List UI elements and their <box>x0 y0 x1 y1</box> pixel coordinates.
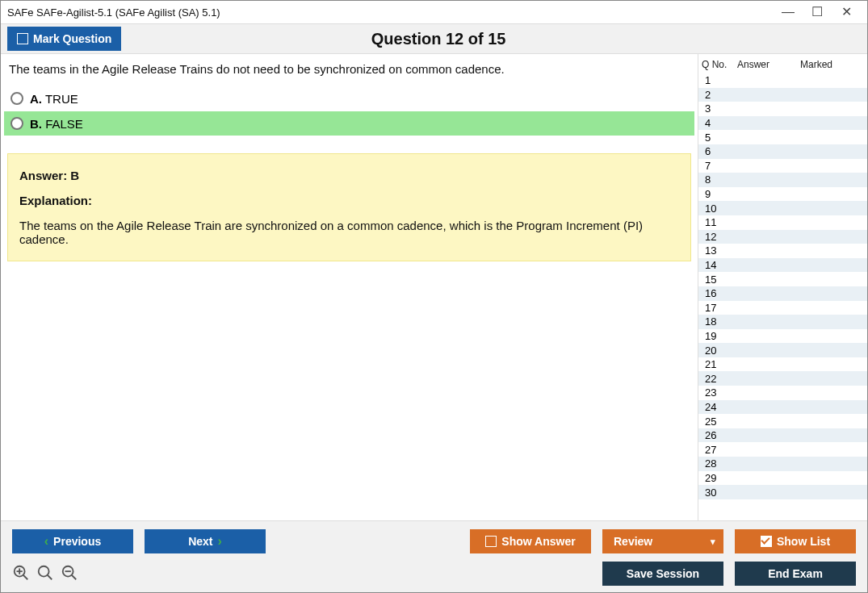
end-exam-button[interactable]: End Exam <box>735 562 856 586</box>
question-list-row[interactable]: 12 <box>698 230 867 244</box>
question-list-row[interactable]: 21 <box>698 357 867 372</box>
mark-question-checkbox-icon <box>17 33 28 44</box>
question-list-row[interactable]: 1 <box>698 73 867 88</box>
question-number: 26 <box>705 429 716 441</box>
question-list-row[interactable]: 23 <box>698 386 867 400</box>
show-answer-checkbox-icon <box>485 536 497 547</box>
question-number: 12 <box>705 231 716 243</box>
toolbar: Mark Question Question 12 of 15 <box>1 23 867 54</box>
question-counter: Question 12 of 15 <box>121 30 756 48</box>
question-number: 27 <box>705 444 716 456</box>
answer-option[interactable]: B. FALSE <box>4 111 694 136</box>
show-list-button[interactable]: Show List <box>735 529 856 553</box>
question-list-row[interactable]: 28 <box>698 457 867 471</box>
app-window: SAFe SAFe-Agilist-5.1 (SAFe Agilist (SA)… <box>0 0 868 593</box>
question-number: 2 <box>705 89 711 101</box>
main-body: The teams in the Agile Release Trains do… <box>1 54 867 520</box>
question-number: 10 <box>705 203 716 215</box>
show-answer-label: Show Answer <box>501 535 575 548</box>
question-list-row[interactable]: 26 <box>698 428 867 443</box>
question-list-row[interactable]: 8 <box>698 173 867 187</box>
question-list-header: Q No. Answer Marked <box>698 54 867 73</box>
caret-down-icon: ▾ <box>711 537 715 547</box>
radio-icon <box>10 92 23 105</box>
question-list-row[interactable]: 10 <box>698 201 867 215</box>
question-number: 4 <box>705 117 711 129</box>
question-pane: The teams in the Agile Release Trains do… <box>1 54 698 520</box>
question-list-row[interactable]: 30 <box>698 485 867 499</box>
question-list-row[interactable]: 2 <box>698 88 867 102</box>
next-button[interactable]: Next › <box>145 529 266 553</box>
option-label: B. FALSE <box>30 117 83 131</box>
question-list[interactable]: 1234567891011121314151617181920212223242… <box>698 73 867 520</box>
question-list-row[interactable]: 24 <box>698 400 867 415</box>
question-list-row[interactable]: 22 <box>698 371 867 386</box>
window-title: SAFe SAFe-Agilist-5.1 (SAFe Agilist (SA)… <box>7 6 774 19</box>
question-list-row[interactable]: 4 <box>698 116 867 131</box>
options-list: A. TRUEB. FALSE <box>1 86 698 136</box>
question-number: 8 <box>705 173 711 186</box>
question-number: 30 <box>705 487 716 499</box>
question-number: 23 <box>705 386 716 399</box>
question-list-row[interactable]: 3 <box>698 102 867 116</box>
answer-option[interactable]: A. TRUE <box>4 86 694 111</box>
header-qno: Q No. <box>702 59 737 70</box>
svg-point-4 <box>39 566 49 576</box>
next-label: Next <box>188 535 212 548</box>
mark-question-button[interactable]: Mark Question <box>7 27 121 51</box>
window-close-button[interactable]: ✕ <box>832 1 861 23</box>
show-list-label: Show List <box>777 535 830 548</box>
question-number: 1 <box>705 74 711 86</box>
svg-line-5 <box>48 574 52 579</box>
window-titlebar: SAFe SAFe-Agilist-5.1 (SAFe Agilist (SA)… <box>1 1 867 23</box>
review-dropdown[interactable]: Review ▾ <box>602 529 723 553</box>
question-list-row[interactable]: 13 <box>698 244 867 258</box>
question-list-panel: Q No. Answer Marked 12345678910111213141… <box>698 54 867 520</box>
question-list-row[interactable]: 11 <box>698 215 867 230</box>
question-number: 9 <box>705 188 711 200</box>
zoom-reset-icon[interactable] <box>36 564 54 584</box>
save-session-label: Save Session <box>627 567 699 580</box>
chevron-left-icon: ‹ <box>44 534 48 549</box>
question-list-row[interactable]: 25 <box>698 414 867 428</box>
explanation-panel: Answer: B Explanation: The teams on the … <box>7 153 691 261</box>
question-list-row[interactable]: 5 <box>698 130 867 144</box>
zoom-in-icon[interactable] <box>12 564 30 584</box>
zoom-out-icon[interactable] <box>61 564 78 584</box>
question-list-row[interactable]: 14 <box>698 258 867 273</box>
question-list-row[interactable]: 15 <box>698 272 867 286</box>
question-list-row[interactable]: 19 <box>698 329 867 344</box>
question-list-row[interactable]: 17 <box>698 301 867 315</box>
show-answer-button[interactable]: Show Answer <box>470 529 591 553</box>
question-list-row[interactable]: 20 <box>698 343 867 357</box>
question-list-row[interactable]: 27 <box>698 442 867 457</box>
previous-label: Previous <box>53 535 101 548</box>
previous-button[interactable]: ‹ Previous <box>12 529 133 553</box>
show-list-checkbox-icon <box>761 536 772 547</box>
review-label: Review <box>614 535 652 548</box>
question-list-row[interactable]: 9 <box>698 187 867 202</box>
question-number: 15 <box>705 274 716 286</box>
answer-line: Answer: B <box>19 169 679 182</box>
explanation-text: The teams on the Agile Release Train are… <box>19 219 679 246</box>
question-list-row[interactable]: 6 <box>698 144 867 159</box>
header-marked: Marked <box>800 59 864 70</box>
question-number: 18 <box>705 315 716 328</box>
end-exam-label: End Exam <box>768 567 823 580</box>
question-number: 19 <box>705 330 716 342</box>
question-list-row[interactable]: 18 <box>698 315 867 329</box>
question-number: 5 <box>705 132 711 144</box>
question-list-row[interactable]: 29 <box>698 471 867 486</box>
question-number: 28 <box>705 457 716 470</box>
question-number: 7 <box>705 160 711 172</box>
question-list-row[interactable]: 16 <box>698 286 867 301</box>
question-number: 21 <box>705 358 716 370</box>
window-maximize-button[interactable]: ☐ <box>803 1 832 23</box>
window-minimize-button[interactable]: — <box>774 1 803 23</box>
chevron-right-icon: › <box>218 534 222 549</box>
question-number: 22 <box>705 373 716 385</box>
header-answer: Answer <box>737 59 800 70</box>
save-session-button[interactable]: Save Session <box>602 562 723 586</box>
mark-question-label: Mark Question <box>33 32 111 45</box>
question-list-row[interactable]: 7 <box>698 159 867 173</box>
